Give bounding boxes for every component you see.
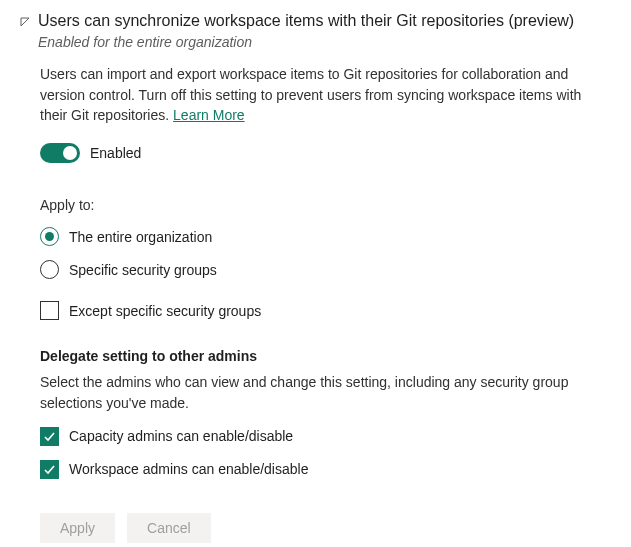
checkbox-except-groups[interactable]: Except specific security groups	[40, 301, 611, 320]
radio-label: The entire organization	[69, 229, 212, 245]
collapse-icon[interactable]	[20, 14, 30, 30]
description-text: Users can import and export workspace it…	[40, 66, 581, 123]
radio-entire-org[interactable]: The entire organization	[40, 227, 611, 246]
toggle-knob	[63, 146, 77, 160]
apply-to-label: Apply to:	[40, 197, 611, 213]
radio-icon	[40, 260, 59, 279]
checkbox-icon	[40, 301, 59, 320]
setting-title: Users can synchronize workspace items wi…	[38, 10, 574, 32]
checkbox-label: Capacity admins can enable/disable	[69, 428, 293, 444]
cancel-button[interactable]: Cancel	[127, 513, 211, 543]
learn-more-link[interactable]: Learn More	[173, 107, 245, 123]
checkbox-workspace-admins[interactable]: Workspace admins can enable/disable	[40, 460, 611, 479]
apply-button[interactable]: Apply	[40, 513, 115, 543]
setting-description: Users can import and export workspace it…	[40, 64, 611, 125]
checkbox-label: Except specific security groups	[69, 303, 261, 319]
toggle-label: Enabled	[90, 145, 141, 161]
enabled-toggle[interactable]	[40, 143, 80, 163]
checkbox-label: Workspace admins can enable/disable	[69, 461, 308, 477]
radio-icon	[40, 227, 59, 246]
radio-label: Specific security groups	[69, 262, 217, 278]
delegate-heading: Delegate setting to other admins	[40, 348, 611, 364]
checkbox-capacity-admins[interactable]: Capacity admins can enable/disable	[40, 427, 611, 446]
radio-specific-groups[interactable]: Specific security groups	[40, 260, 611, 279]
delegate-description: Select the admins who can view and chang…	[40, 372, 611, 413]
checkbox-icon	[40, 427, 59, 446]
setting-subtitle: Enabled for the entire organization	[38, 34, 574, 50]
checkbox-icon	[40, 460, 59, 479]
